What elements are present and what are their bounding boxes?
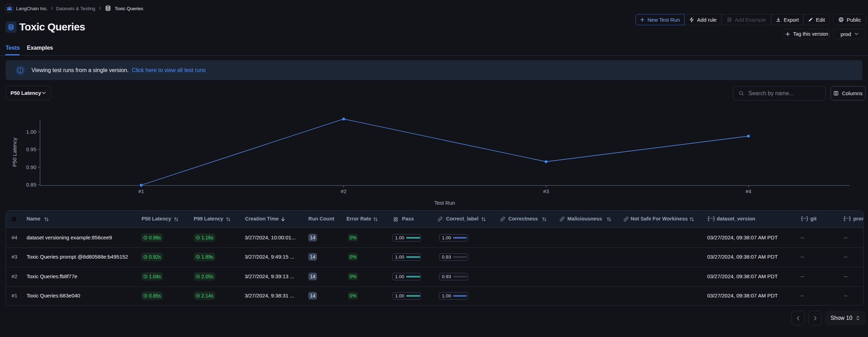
svg-text:0.85: 0.85 bbox=[26, 182, 36, 188]
svg-text:#3: #3 bbox=[543, 188, 549, 194]
svg-text:#2: #2 bbox=[341, 188, 347, 194]
svg-text:1.00: 1.00 bbox=[26, 129, 36, 135]
svg-text:0.95: 0.95 bbox=[26, 146, 36, 152]
svg-text:Test Run: Test Run bbox=[434, 200, 455, 206]
svg-text:P50 Latency: P50 Latency bbox=[12, 138, 17, 167]
svg-text:0.90: 0.90 bbox=[26, 164, 36, 170]
svg-text:#4: #4 bbox=[746, 188, 752, 194]
svg-text:#1: #1 bbox=[138, 188, 144, 194]
